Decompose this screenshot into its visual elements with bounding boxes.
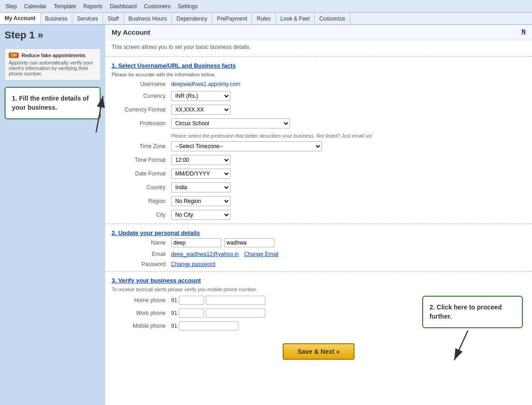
section3-title: 3. Verify your business account — [105, 271, 532, 286]
timezone-select[interactable]: --Select Timezone-- — [171, 141, 322, 151]
dateformat-control: MM/DD/YYYY DD/MM/YYYY — [171, 169, 345, 179]
sidebar: Step 1 » TIP Reduce fake appointments Ap… — [0, 25, 105, 405]
nav-settings[interactable]: Settings — [174, 1, 201, 11]
dateformat-label: Date Format — [112, 171, 171, 177]
section2-title: 2. Update your personal details — [105, 224, 532, 238]
email-control: deep_wadhwa12@yahoo.in Change Email — [171, 251, 345, 257]
nav-reports[interactable]: Reports — [80, 1, 106, 11]
work-phone-label: Work phone — [112, 310, 171, 316]
dateformat-row: Date Format MM/DD/YYYY DD/MM/YYYY — [112, 169, 526, 179]
currency-format-row: Currency Format XX,XXX.XX — [112, 105, 526, 115]
change-email-link[interactable]: Change Email — [244, 251, 279, 257]
last-name-input[interactable] — [224, 238, 274, 247]
work-phone-control: 91 — [171, 309, 345, 318]
city-row: City No City — [112, 210, 526, 220]
profession-note: Please select the profession that better… — [105, 132, 532, 141]
password-label: Password — [112, 261, 171, 267]
city-select[interactable]: No City — [171, 210, 231, 220]
username-label: Username — [112, 81, 171, 87]
currency-control: INR (Rs.) USD ($) EUR (€) — [171, 91, 345, 101]
step-header: Step 1 » — [5, 29, 101, 41]
currency-format-control: XX,XXX.XX — [171, 105, 345, 115]
mobile-phone-control: 91 — [171, 321, 345, 330]
password-row: Password Change password — [112, 261, 526, 267]
nav-customers[interactable]: Customers — [140, 1, 174, 11]
email-value: deep_wadhwa12@yahoo.in — [171, 251, 239, 257]
profession-control: Circus School Beauty Salon Spa Gym — [171, 118, 345, 128]
section1-subtitle: Please be accurate with the information … — [105, 71, 532, 81]
currency-format-label: Currency Format — [112, 107, 171, 113]
nav-step[interactable]: Step — [2, 1, 21, 11]
city-control: No City — [171, 210, 345, 220]
tab-business[interactable]: Business — [41, 13, 73, 24]
currency-row: Currency INR (Rs.) USD ($) EUR (€) — [112, 91, 526, 101]
tip-badge: TIP — [9, 53, 19, 58]
tip-body: Appointy can automatically verify your c… — [9, 60, 93, 76]
name-label: Name — [112, 240, 171, 246]
nav-template[interactable]: Template — [50, 1, 80, 11]
section1-title: 1. Select Username/URL and Business fact… — [105, 56, 532, 71]
content-area: My Account N This screen allows you to s… — [105, 25, 532, 405]
email-row: Email deep_wadhwa12@yahoo.in Change Emai… — [112, 251, 526, 257]
tab-rules[interactable]: Rules — [252, 13, 276, 24]
city-label: City — [112, 212, 171, 218]
section3-subtitle: To receive text/call alerts please verif… — [105, 286, 532, 296]
callout-box-1: 1. Fill the entire details of your busin… — [5, 87, 101, 119]
tab-bar: My Account Business Services Staff Busin… — [0, 13, 532, 25]
region-control: No Region — [171, 196, 345, 206]
timezone-control: --Select Timezone-- — [171, 141, 345, 151]
name-control — [171, 238, 345, 247]
tip-box: TIP Reduce fake appointments Appointy ca… — [5, 48, 101, 80]
home-phone-area[interactable] — [179, 296, 204, 305]
top-nav: Step Calendar Template Reports Dashboard… — [0, 0, 532, 13]
name-row: Name — [112, 238, 526, 247]
tab-business-hours[interactable]: Business Hours — [124, 13, 172, 24]
currency-label: Currency — [112, 93, 171, 99]
currency-format-select[interactable]: XX,XXX.XX — [171, 105, 231, 115]
work-phone-number[interactable] — [206, 309, 265, 318]
country-control: India USA — [171, 182, 345, 192]
tab-dependency[interactable]: Dependency — [172, 13, 212, 24]
profession-label: Profession — [112, 120, 171, 127]
email-label: Email — [112, 251, 171, 257]
region-label: Region — [112, 198, 171, 204]
save-next-button[interactable]: Save & Next » — [283, 343, 355, 360]
mobile-phone-number[interactable] — [179, 321, 238, 330]
section1-form: Username deepwadhwa1.appointy.com Curren… — [105, 81, 532, 128]
region-select[interactable]: No Region — [171, 196, 231, 206]
nav-dashboard[interactable]: Dashboard — [106, 1, 140, 11]
mobile-phone-code: 91 — [171, 323, 177, 329]
tab-services[interactable]: Services — [72, 13, 103, 24]
page-title: My Account N — [105, 25, 532, 40]
timeformat-select[interactable]: 12:00 24:00 — [171, 155, 231, 165]
first-name-input[interactable] — [171, 238, 221, 247]
n-link[interactable]: N — [521, 28, 526, 35]
username-row: Username deepwadhwa1.appointy.com — [112, 81, 526, 87]
country-label: Country — [112, 184, 171, 191]
callout-box-2: 2. Click here to proceed further. — [422, 296, 523, 328]
mobile-phone-label: Mobile phone — [112, 323, 171, 329]
tab-prepayment[interactable]: PrePayment — [212, 13, 252, 24]
nav-calendar[interactable]: Calendar — [21, 1, 50, 11]
home-phone-number[interactable] — [206, 296, 265, 305]
tab-my-account[interactable]: My Account — [0, 13, 41, 24]
dateformat-select[interactable]: MM/DD/YYYY DD/MM/YYYY — [171, 169, 231, 179]
change-password-link[interactable]: Change password — [171, 261, 215, 267]
tip-title: Reduce fake appointments — [21, 53, 86, 58]
country-row: Country India USA — [112, 182, 526, 192]
section2-form: Name Email deep_wadhwa12@yahoo.in Change… — [105, 238, 532, 267]
timezone-label: Time Zone — [112, 143, 171, 149]
timeformat-row: Time Format 12:00 24:00 — [112, 155, 526, 165]
tab-customize[interactable]: Customize — [315, 13, 350, 24]
profession-select[interactable]: Circus School Beauty Salon Spa Gym — [171, 118, 290, 128]
currency-select[interactable]: INR (Rs.) USD ($) EUR (€) — [171, 91, 231, 101]
tab-look-feel[interactable]: Look & Feel — [276, 13, 315, 24]
password-control: Change password — [171, 261, 345, 267]
page-description: This screen allows you to set your basic… — [105, 40, 532, 54]
tab-staff[interactable]: Staff — [103, 13, 124, 24]
home-phone-control: 91 — [171, 296, 345, 305]
region-row: Region No Region — [112, 196, 526, 206]
section1-form-b: Time Zone --Select Timezone-- Time Forma… — [105, 141, 532, 220]
work-phone-area[interactable] — [179, 309, 204, 318]
country-select[interactable]: India USA — [171, 182, 231, 192]
